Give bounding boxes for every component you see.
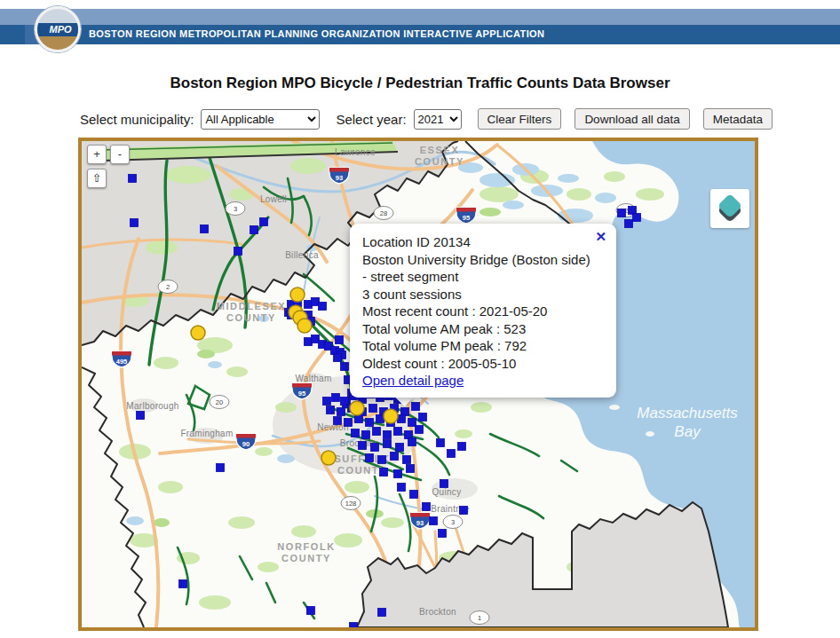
count-location-marker[interactable] [131, 219, 139, 227]
header-band-light [0, 9, 840, 25]
count-location-marker[interactable] [332, 394, 340, 402]
map-geography [345, 481, 369, 493]
count-location-marker[interactable] [398, 415, 406, 423]
map-geography: 93 [416, 519, 424, 527]
count-location-marker[interactable] [391, 453, 399, 461]
count-location-marker[interactable] [419, 414, 427, 421]
count-location-marker[interactable] [129, 175, 137, 183]
app-window: BOSTON REGION METROPOLITAN PLANNING ORGA… [0, 0, 840, 638]
count-location-marker[interactable] [380, 469, 388, 477]
count-location-marker[interactable] [458, 443, 466, 451]
open-detail-page-link[interactable]: Open detail page [362, 372, 464, 390]
count-location-marker[interactable] [217, 464, 225, 472]
map-geography [479, 186, 519, 202]
count-location-marker[interactable] [378, 609, 386, 617]
popup-pm-peak: Total volume PM peak : 792 [362, 337, 604, 355]
count-location-marker[interactable] [412, 403, 420, 411]
count-location-marker[interactable] [179, 580, 187, 588]
count-location-marker[interactable] [394, 428, 402, 436]
count-location-marker[interactable] [327, 406, 335, 414]
count-location-marker[interactable] [336, 336, 344, 344]
count-location-marker[interactable] [307, 607, 315, 615]
selected-count-location-marker[interactable] [191, 326, 205, 340]
mpo-logo: MPO [35, 6, 81, 52]
banner-title: BOSTON REGION METROPOLITAN PLANNING ORGA… [89, 28, 544, 39]
popup-most-recent-count: Most recent count : 2021-05-20 [362, 303, 604, 320]
count-location-marker[interactable] [234, 248, 242, 256]
count-location-marker[interactable] [371, 444, 379, 452]
count-location-marker[interactable] [625, 220, 633, 228]
count-location-marker[interactable] [341, 363, 349, 371]
map-geography [334, 533, 362, 547]
count-location-marker[interactable] [350, 623, 358, 628]
count-location-marker[interactable] [437, 439, 445, 447]
selected-count-location-marker[interactable] [384, 409, 398, 423]
count-location-marker[interactable] [366, 419, 374, 427]
count-location-marker[interactable] [137, 412, 145, 420]
selected-count-location-marker[interactable] [290, 287, 305, 302]
count-location-marker[interactable] [440, 480, 448, 488]
map-container[interactable]: ESSEXCOUNTYMIDDLESEXCOUNTYSUFFOLKCOUNTYN… [78, 138, 758, 631]
selected-count-location-marker[interactable] [321, 451, 336, 465]
town-label: Billerica [285, 250, 319, 260]
count-location-marker[interactable] [366, 454, 374, 462]
count-location-marker[interactable] [378, 456, 386, 464]
count-location-marker[interactable] [384, 431, 392, 439]
count-location-marker[interactable] [359, 442, 367, 450]
download-all-data-button[interactable]: Download all data [575, 108, 689, 130]
count-location-marker[interactable] [319, 303, 327, 311]
count-location-marker[interactable] [439, 530, 447, 538]
map-geography [595, 193, 616, 203]
close-icon[interactable]: ✕ [595, 230, 606, 243]
count-location-marker[interactable] [423, 503, 431, 511]
count-location-marker[interactable] [334, 417, 342, 425]
count-location-marker[interactable] [373, 428, 381, 436]
county-label: ESSEXCOUNTY [415, 145, 464, 167]
count-location-marker[interactable] [369, 405, 377, 413]
count-location-marker[interactable] [410, 491, 418, 499]
count-location-marker[interactable] [394, 470, 402, 478]
count-location-marker[interactable] [376, 415, 384, 423]
zoom-in-button[interactable]: + [87, 145, 107, 164]
map-geography [636, 188, 664, 201]
count-location-marker[interactable] [323, 398, 331, 406]
clear-filters-button[interactable]: Clear Filters [478, 108, 562, 130]
popup-location-type: - street segment [362, 268, 604, 286]
metadata-button[interactable]: Metadata [703, 108, 773, 130]
year-select[interactable]: 2021 [414, 109, 462, 130]
home-extent-button[interactable]: ⇧ [87, 169, 107, 188]
count-location-marker[interactable] [201, 225, 209, 233]
count-location-marker[interactable] [396, 444, 404, 452]
selected-count-location-marker[interactable] [350, 401, 364, 415]
count-location-marker[interactable] [250, 226, 258, 234]
count-location-marker[interactable] [355, 415, 363, 423]
basemap-toggle-button[interactable] [710, 189, 749, 228]
town-label: Lawrence [335, 147, 376, 157]
count-location-marker[interactable] [448, 450, 456, 458]
count-location-marker[interactable] [407, 465, 415, 473]
selected-count-location-marker[interactable] [297, 319, 312, 333]
count-location-marker[interactable] [416, 426, 424, 434]
count-location-marker[interactable] [618, 209, 626, 217]
map-geography: COUNTY [415, 156, 464, 167]
count-location-marker[interactable] [334, 354, 342, 362]
count-location-marker[interactable] [430, 517, 438, 525]
municipality-select[interactable]: All Applicable [201, 109, 320, 130]
count-location-marker[interactable] [403, 456, 411, 464]
count-location-marker[interactable] [362, 431, 370, 439]
count-location-marker[interactable] [352, 429, 360, 437]
count-location-marker[interactable] [398, 484, 406, 492]
map-geography: 20 [216, 398, 223, 406]
county-label: NORFOLKCOUNTY [277, 541, 336, 563]
count-location-marker[interactable] [633, 214, 641, 222]
map-geography [146, 240, 178, 255]
count-location-marker[interactable] [384, 440, 392, 448]
count-location-marker[interactable] [345, 419, 353, 427]
map-geography: COUNTY [281, 553, 331, 563]
count-location-marker[interactable] [337, 408, 345, 416]
count-location-marker[interactable] [260, 218, 268, 226]
zoom-out-button[interactable]: - [110, 145, 130, 164]
route-shield: 20 [210, 396, 229, 409]
count-location-marker[interactable] [460, 507, 468, 515]
count-location-marker[interactable] [408, 438, 416, 446]
